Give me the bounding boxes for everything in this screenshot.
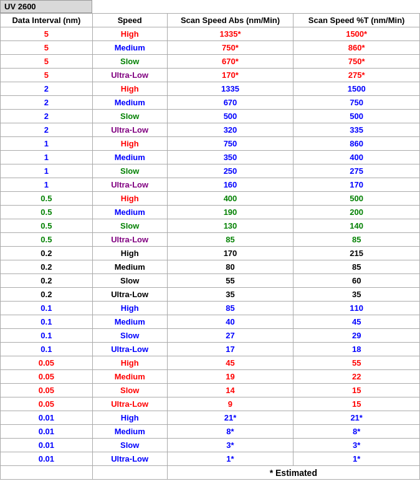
footer-empty-1 bbox=[1, 466, 93, 480]
cell-abs: 85 bbox=[167, 302, 294, 315]
cell-abs: 1* bbox=[167, 452, 294, 466]
cell-pct: 21* bbox=[294, 411, 420, 425]
cell-abs: 85 bbox=[167, 233, 294, 247]
cell-pct: 85 bbox=[294, 233, 420, 247]
cell-speed: Slow bbox=[92, 274, 167, 288]
cell-interval: 0.05 bbox=[1, 384, 93, 397]
cell-abs: 27 bbox=[167, 329, 294, 343]
cell-pct: 275* bbox=[294, 69, 420, 82]
table-row: 1Medium350400 bbox=[1, 151, 420, 164]
cell-interval: 0.2 bbox=[1, 288, 93, 302]
table-row: 5High1335*1500* bbox=[1, 27, 420, 41]
cell-pct: 35 bbox=[294, 288, 420, 302]
cell-speed: Medium bbox=[92, 96, 167, 110]
table-row: 1Slow250275 bbox=[1, 164, 420, 178]
cell-interval: 0.5 bbox=[1, 219, 93, 233]
header-abs: Scan Speed Abs (nm/Min) bbox=[167, 14, 294, 27]
cell-pct: 1500* bbox=[294, 27, 420, 41]
table-row: 5Ultra-Low170*275* bbox=[1, 69, 420, 82]
cell-speed: Slow bbox=[92, 384, 167, 397]
app-title: UV 2600 bbox=[4, 2, 36, 11]
cell-interval: 0.01 bbox=[1, 439, 93, 452]
cell-speed: High bbox=[92, 356, 167, 370]
cell-speed: Medium bbox=[92, 206, 167, 219]
table-row: 0.1High85110 bbox=[1, 302, 420, 315]
cell-speed: High bbox=[92, 247, 167, 260]
table-row: 1High750860 bbox=[1, 137, 420, 151]
cell-abs: 19 bbox=[167, 370, 294, 384]
table-row: 0.05High4555 bbox=[1, 356, 420, 370]
cell-pct: 750 bbox=[294, 96, 420, 110]
cell-pct: 200 bbox=[294, 206, 420, 219]
table-row: 0.2Medium8085 bbox=[1, 260, 420, 274]
cell-pct: 8* bbox=[294, 425, 420, 439]
cell-pct: 29 bbox=[294, 329, 420, 343]
cell-interval: 0.5 bbox=[1, 206, 93, 219]
cell-speed: Ultra-Low bbox=[92, 343, 167, 356]
cell-interval: 0.2 bbox=[1, 274, 93, 288]
cell-speed: High bbox=[92, 411, 167, 425]
table-row: 0.2Ultra-Low3535 bbox=[1, 288, 420, 302]
cell-abs: 3* bbox=[167, 439, 294, 452]
cell-interval: 0.01 bbox=[1, 452, 93, 466]
cell-speed: High bbox=[92, 192, 167, 206]
cell-pct: 22 bbox=[294, 370, 420, 384]
cell-abs: 350 bbox=[167, 151, 294, 164]
cell-pct: 85 bbox=[294, 260, 420, 274]
table-row: 5Slow670*750* bbox=[1, 55, 420, 69]
table-row: 0.01Medium8*8* bbox=[1, 425, 420, 439]
cell-abs: 9 bbox=[167, 397, 294, 411]
cell-pct: 860 bbox=[294, 137, 420, 151]
cell-interval: 2 bbox=[1, 96, 93, 110]
cell-interval: 0.05 bbox=[1, 370, 93, 384]
header-speed: Speed bbox=[92, 14, 167, 27]
cell-speed: Slow bbox=[92, 329, 167, 343]
cell-interval: 1 bbox=[1, 137, 93, 151]
cell-abs: 170* bbox=[167, 69, 294, 82]
cell-interval: 0.1 bbox=[1, 329, 93, 343]
cell-pct: 275 bbox=[294, 164, 420, 178]
table-row: 0.5Medium190200 bbox=[1, 206, 420, 219]
cell-interval: 0.5 bbox=[1, 233, 93, 247]
cell-abs: 14 bbox=[167, 384, 294, 397]
cell-interval: 0.05 bbox=[1, 397, 93, 411]
cell-speed: Slow bbox=[92, 219, 167, 233]
cell-pct: 335 bbox=[294, 123, 420, 137]
table-row: 0.01Ultra-Low1*1* bbox=[1, 452, 420, 466]
cell-abs: 500 bbox=[167, 110, 294, 123]
cell-speed: High bbox=[92, 27, 167, 41]
cell-abs: 1335 bbox=[167, 82, 294, 96]
cell-interval: 5 bbox=[1, 55, 93, 69]
cell-abs: 45 bbox=[167, 356, 294, 370]
cell-abs: 21* bbox=[167, 411, 294, 425]
table-row: 0.5Slow130140 bbox=[1, 219, 420, 233]
title-bar: UV 2600 bbox=[0, 0, 92, 13]
table-row: 0.01Slow3*3* bbox=[1, 439, 420, 452]
cell-abs: 670* bbox=[167, 55, 294, 69]
cell-speed: Slow bbox=[92, 164, 167, 178]
cell-abs: 160 bbox=[167, 178, 294, 192]
cell-interval: 0.1 bbox=[1, 302, 93, 315]
cell-abs: 750* bbox=[167, 41, 294, 55]
cell-pct: 215 bbox=[294, 247, 420, 260]
cell-pct: 1500 bbox=[294, 82, 420, 96]
cell-abs: 190 bbox=[167, 206, 294, 219]
cell-pct: 15 bbox=[294, 384, 420, 397]
header-pct: Scan Speed %T (nm/Min) bbox=[294, 14, 420, 27]
cell-speed: Ultra-Low bbox=[92, 397, 167, 411]
cell-abs: 320 bbox=[167, 123, 294, 137]
cell-interval: 0.1 bbox=[1, 315, 93, 329]
cell-pct: 3* bbox=[294, 439, 420, 452]
cell-abs: 400 bbox=[167, 192, 294, 206]
cell-abs: 80 bbox=[167, 260, 294, 274]
cell-abs: 1335* bbox=[167, 27, 294, 41]
cell-speed: Slow bbox=[92, 110, 167, 123]
cell-pct: 400 bbox=[294, 151, 420, 164]
cell-speed: Slow bbox=[92, 439, 167, 452]
table-row: 0.1Ultra-Low1718 bbox=[1, 343, 420, 356]
cell-speed: High bbox=[92, 82, 167, 96]
cell-speed: Medium bbox=[92, 151, 167, 164]
cell-speed: Medium bbox=[92, 41, 167, 55]
cell-interval: 2 bbox=[1, 110, 93, 123]
table-row: 0.2High170215 bbox=[1, 247, 420, 260]
